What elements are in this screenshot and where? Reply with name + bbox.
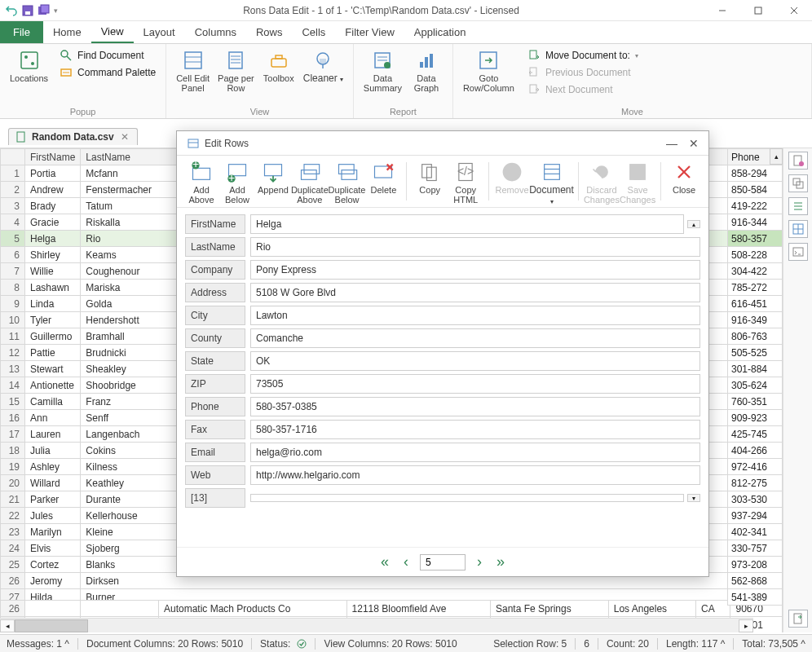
table-row[interactable]: 916-344 bbox=[728, 214, 783, 231]
side-doc-restore-icon[interactable] bbox=[788, 610, 808, 628]
cell-phone[interactable]: 404-266 bbox=[728, 443, 783, 459]
toolbox-button[interactable]: Toolbox bbox=[259, 47, 298, 85]
cell-county[interactable]: Los Angeles bbox=[608, 601, 695, 617]
cell-phone[interactable]: 425-745 bbox=[728, 426, 783, 443]
field-value[interactable]: 5108 W Gore Blvd bbox=[250, 283, 700, 302]
row-number[interactable]: 18 bbox=[1, 443, 25, 459]
minimize-button[interactable] bbox=[704, 0, 740, 21]
row-number[interactable]: 4 bbox=[1, 214, 25, 231]
row-number[interactable]: 5 bbox=[1, 231, 25, 247]
cell-phone[interactable]: 806-763 bbox=[728, 328, 783, 345]
cell-firstname[interactable]: Lauren bbox=[25, 426, 81, 443]
pager-input[interactable] bbox=[420, 554, 466, 570]
side-windows-icon[interactable] bbox=[788, 174, 808, 192]
locations-button[interactable]: Locations bbox=[7, 47, 51, 85]
row-number[interactable]: 1 bbox=[1, 165, 25, 182]
table-row[interactable]: 909-923 bbox=[728, 410, 783, 426]
cell-firstname[interactable]: Cortez bbox=[25, 557, 81, 573]
row-number[interactable]: 24 bbox=[1, 540, 25, 557]
cell-phone[interactable]: 541-389 bbox=[728, 589, 783, 606]
row-number[interactable]: 21 bbox=[1, 491, 25, 508]
field-value[interactable] bbox=[250, 494, 684, 502]
tab-cells[interactable]: Cells bbox=[292, 21, 335, 43]
table-row[interactable]: 916-349 bbox=[728, 312, 783, 328]
cell-firstname[interactable]: Julia bbox=[25, 443, 81, 459]
save-changes-button[interactable]: Save Changes bbox=[620, 159, 655, 206]
data-graph-button[interactable]: Data Graph bbox=[407, 47, 446, 95]
row-number[interactable]: 20 bbox=[1, 475, 25, 491]
cell-phone[interactable]: 562-868 bbox=[728, 573, 783, 589]
horizontal-scrollbar[interactable]: ◂ ▸ bbox=[0, 618, 753, 632]
move-document-to-button[interactable]: Move Document to: ▾ bbox=[524, 47, 642, 64]
cell-phone[interactable]: 616-451 bbox=[728, 296, 783, 312]
tab-filter-view[interactable]: Filter View bbox=[335, 21, 404, 43]
pager-prev-icon[interactable]: ‹ bbox=[400, 553, 412, 570]
field-value[interactable]: Rio bbox=[250, 237, 700, 257]
table-row[interactable]: 580-357 bbox=[728, 231, 783, 247]
duplicate-above-button[interactable]: Duplicate Above bbox=[291, 159, 329, 206]
pager-last-icon[interactable]: » bbox=[493, 553, 508, 570]
page-per-row-button[interactable]: Page per Row bbox=[214, 47, 258, 95]
cell-phone[interactable]: 760-351 bbox=[728, 394, 783, 410]
hscroll-thumb[interactable] bbox=[15, 619, 88, 632]
cell-firstname[interactable]: Pattie bbox=[25, 345, 81, 361]
cell-phone[interactable]: 303-530 bbox=[728, 491, 783, 508]
cell-firstname[interactable]: Guillermo bbox=[25, 328, 81, 345]
pager-next-icon[interactable]: › bbox=[474, 553, 485, 570]
cell-firstname[interactable]: Linda bbox=[25, 296, 81, 312]
side-list-icon[interactable] bbox=[788, 197, 808, 215]
cell-phone[interactable]: 973-208 bbox=[728, 557, 783, 573]
table-row[interactable]: 858-294 bbox=[728, 165, 783, 182]
table-row[interactable]: 972-416 bbox=[728, 459, 783, 475]
table-row[interactable]: 404-266 bbox=[728, 443, 783, 459]
add-below-button[interactable]: +Add Below bbox=[219, 159, 255, 206]
cell-firstname[interactable]: Antionette bbox=[25, 377, 81, 394]
remove-button[interactable]: Remove bbox=[494, 159, 530, 196]
field-value[interactable]: 73505 bbox=[250, 374, 700, 394]
table-row[interactable]: 806-763 bbox=[728, 328, 783, 345]
cell-phone[interactable]: 304-422 bbox=[728, 263, 783, 280]
tab-layout[interactable]: Layout bbox=[134, 21, 185, 43]
tab-application[interactable]: Application bbox=[404, 21, 476, 43]
hscroll-right-icon[interactable]: ▸ bbox=[739, 619, 753, 632]
table-row[interactable]: 541-389 bbox=[728, 589, 783, 606]
cell-phone[interactable]: 301-884 bbox=[728, 361, 783, 377]
row-number[interactable]: 9 bbox=[1, 296, 25, 312]
row-number[interactable]: 13 bbox=[1, 361, 25, 377]
side-doc-info-icon[interactable] bbox=[788, 152, 808, 170]
hscroll-left-icon[interactable]: ◂ bbox=[0, 619, 15, 632]
row-number[interactable]: 26 bbox=[1, 573, 25, 589]
previous-document-button[interactable]: Previous Document bbox=[524, 64, 642, 81]
cell-firstname[interactable]: Andrew bbox=[25, 182, 81, 198]
table-row[interactable]: 616-451 bbox=[728, 296, 783, 312]
row-number[interactable]: 22 bbox=[1, 508, 25, 524]
row-number[interactable]: 10 bbox=[1, 312, 25, 328]
cell-edit-panel-button[interactable]: Cell Edit Panel bbox=[173, 47, 213, 95]
document-button[interactable]: Document▾ bbox=[530, 159, 573, 208]
tab-home[interactable]: Home bbox=[43, 21, 91, 43]
cell-firstname[interactable]: Portia bbox=[25, 165, 81, 182]
row-number[interactable]: 8 bbox=[1, 280, 25, 296]
append-button[interactable]: Append bbox=[255, 159, 291, 196]
cell-firstname[interactable]: Willie bbox=[25, 263, 81, 280]
field-value[interactable]: http://www.helgario.com bbox=[250, 465, 700, 485]
close-button[interactable] bbox=[776, 0, 812, 21]
field-value[interactable]: 580-357-1716 bbox=[250, 420, 700, 439]
cell-phone[interactable]: 305-624 bbox=[728, 377, 783, 394]
add-above-button[interactable]: +Add Above bbox=[183, 159, 219, 206]
cell-phone[interactable]: 785-272 bbox=[728, 280, 783, 296]
dialog-minimize-icon[interactable]: — bbox=[666, 137, 677, 150]
table-row[interactable]: 26 Automatic Mach Products Co 12118 Bloo… bbox=[1, 601, 783, 617]
discard-changes-button[interactable]: Discard Changes bbox=[584, 159, 620, 206]
cell-firstname[interactable]: Parker bbox=[25, 491, 81, 508]
cell-phone[interactable]: 850-584 bbox=[728, 182, 783, 198]
dialog-close-icon[interactable]: ✕ bbox=[689, 137, 699, 150]
table-row[interactable]: 785-272 bbox=[728, 280, 783, 296]
table-row[interactable]: 301-884 bbox=[728, 361, 783, 377]
table-row[interactable]: 760-351 bbox=[728, 394, 783, 410]
copy-button[interactable]: Copy bbox=[412, 159, 448, 196]
cell-address[interactable]: 12118 Bloomfield Ave bbox=[346, 601, 490, 617]
field-value[interactable]: helga@rio.com bbox=[250, 443, 700, 462]
cell-firstname[interactable]: Willard bbox=[25, 475, 81, 491]
table-row[interactable]: 425-745 bbox=[728, 426, 783, 443]
